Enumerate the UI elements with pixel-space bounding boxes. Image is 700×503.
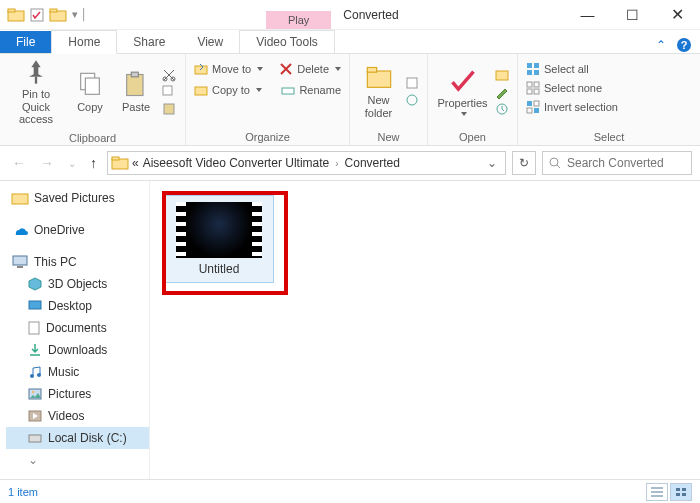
svg-rect-38 [112,157,119,160]
video-thumbnail [176,202,262,258]
tab-share[interactable]: Share [117,30,181,53]
ribbon-collapse-icon[interactable]: ⌃ [656,38,666,52]
navitem-desktop[interactable]: Desktop [6,295,149,317]
qat-overflow[interactable]: ▾ │ [72,8,88,21]
navitem-this-pc[interactable]: This PC [6,251,149,273]
new-item-icon[interactable] [405,76,419,90]
svg-point-46 [30,374,34,378]
select-all-button[interactable]: Select all [526,62,589,76]
group-label-select: Select [518,129,700,145]
edit-icon[interactable] [495,85,509,99]
ribbon: Pin to Quick access Copy Paste Clipboard… [0,54,700,146]
navitem-music[interactable]: Music [6,361,149,383]
search-box[interactable] [542,151,692,175]
title-bar: ▾ │ Play Converted — ☐ ✕ [0,0,700,30]
quick-access-toolbar: ▾ │ [0,8,96,22]
invert-selection-button[interactable]: Invert selection [526,100,618,114]
file-name: Untitled [199,262,240,276]
navitem-downloads[interactable]: Downloads [6,339,149,361]
status-bar: 1 item [0,479,700,503]
rename-icon [281,83,295,97]
tab-video-tools[interactable]: Video Tools [239,30,335,53]
svg-rect-25 [527,63,532,68]
ribbon-tabs: File Home Share View Video Tools ⌃ ? [0,30,700,54]
copy-button[interactable]: Copy [70,71,110,114]
cloud-icon [12,224,28,236]
view-details-button[interactable] [646,483,668,501]
status-text: 1 item [8,486,38,498]
maximize-button[interactable]: ☐ [610,0,655,30]
svg-rect-30 [534,82,539,87]
group-label-organize: Organize [186,129,349,145]
search-input[interactable] [567,156,685,170]
paste-shortcut-icon[interactable] [162,102,176,116]
content-area[interactable]: Untitled [150,181,700,480]
svg-rect-19 [367,71,390,87]
music-icon [28,365,42,379]
navitem-videos[interactable]: Videos [6,405,149,427]
navitem-onedrive[interactable]: OneDrive [6,219,149,241]
rename-button[interactable]: Rename [281,83,341,97]
pin-quick-access-button[interactable]: Pin to Quick access [8,58,64,126]
svg-rect-21 [407,78,417,88]
svg-rect-57 [676,493,680,496]
tab-view[interactable]: View [181,30,239,53]
main-area: Saved Pictures OneDrive This PC 3D Objec… [0,180,700,480]
breadcrumb-item[interactable]: Aiseesoft Video Converter Ultimate [143,156,330,170]
paste-button[interactable]: Paste [116,71,156,114]
search-icon [549,157,561,169]
history-icon[interactable] [495,102,509,116]
easy-access-icon[interactable] [405,93,419,107]
svg-rect-20 [367,67,376,72]
navitem-3d-objects[interactable]: 3D Objects [6,273,149,295]
tab-home[interactable]: Home [51,30,117,54]
new-folder-button[interactable]: New folder [358,64,399,119]
refresh-button[interactable]: ↻ [512,151,536,175]
svg-rect-4 [50,9,57,12]
close-button[interactable]: ✕ [655,0,700,30]
up-button[interactable]: ↑ [86,153,101,173]
file-item[interactable]: Untitled [164,195,274,283]
disk-icon [28,432,42,444]
help-icon[interactable]: ? [676,37,692,53]
select-none-icon [526,81,540,95]
minimize-button[interactable]: — [565,0,610,30]
back-button[interactable]: ← [8,153,30,173]
cube-icon [28,277,42,291]
move-to-button[interactable]: Move to [194,62,263,76]
properties-icon[interactable] [30,8,44,22]
open-icon[interactable] [495,68,509,82]
properties-button[interactable]: Properties [436,67,489,116]
contextual-tab-group: Play [266,0,331,29]
cut-icon[interactable] [162,68,176,82]
navitem-pictures[interactable]: Pictures [6,383,149,405]
copy-to-button[interactable]: Copy to [194,83,262,97]
svg-rect-35 [527,108,532,113]
svg-rect-32 [534,89,539,94]
breadcrumb-separator[interactable]: › [333,158,340,169]
navitem-more[interactable]: ⌄ [6,449,149,471]
svg-rect-56 [682,488,686,491]
navigation-pane[interactable]: Saved Pictures OneDrive This PC 3D Objec… [0,181,150,480]
copy-path-icon[interactable] [162,85,176,99]
breadcrumb-item[interactable]: Converted [345,156,400,170]
recent-dropdown[interactable]: ⌄ [64,156,80,171]
select-none-button[interactable]: Select none [526,81,602,95]
address-dropdown[interactable]: ⌄ [483,156,501,170]
picture-icon [28,388,42,400]
svg-rect-55 [676,488,680,491]
delete-button[interactable]: Delete [279,62,341,76]
window-title: Converted [343,8,398,22]
view-large-icons-button[interactable] [670,483,692,501]
desktop-icon [28,300,42,312]
group-label-clipboard: Clipboard [0,130,185,146]
download-icon [28,343,42,357]
navitem-saved-pictures[interactable]: Saved Pictures [6,187,149,209]
navitem-documents[interactable]: Documents [6,317,149,339]
navitem-local-disk[interactable]: Local Disk (C:) [6,427,149,449]
address-bar[interactable]: « Aiseesoft Video Converter Ultimate › C… [107,151,506,175]
folder-icon[interactable] [50,9,66,21]
invert-icon [526,100,540,114]
copy-icon [76,71,104,99]
tab-file[interactable]: File [0,31,51,53]
